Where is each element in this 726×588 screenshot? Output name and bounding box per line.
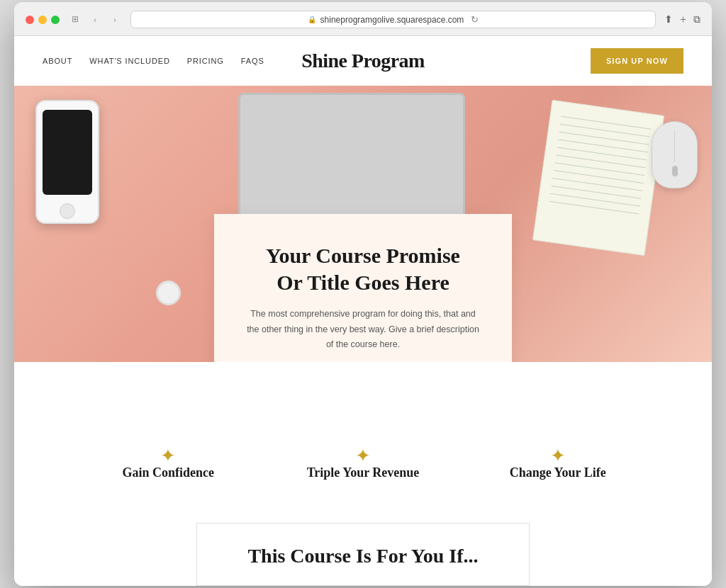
reload-icon: ↻ (471, 14, 479, 25)
browser-window: ⊞ ‹ › 🔒 shineprogramgolive.squarespace.c… (14, 2, 712, 586)
notebook-line (549, 201, 640, 215)
browser-controls: ⊞ ‹ › (68, 13, 122, 27)
site-title: Shine Program (301, 50, 424, 72)
page-content: ABOUT WHAT'S INCLUDED PRICING FAQS Shine… (14, 36, 712, 586)
benefit-item-life: ✦ Change Your Life (460, 447, 655, 480)
nav-whats-included[interactable]: WHAT'S INCLUDED (89, 57, 170, 65)
minimize-button[interactable] (38, 16, 47, 24)
forward-icon[interactable]: › (108, 13, 122, 27)
back-icon[interactable]: ‹ (88, 13, 102, 27)
hero-card-title: Your Course PromiseOr Title Goes Here (246, 242, 480, 295)
browser-actions: ⬆ + ⧉ (664, 13, 700, 26)
url-text: shineprogramgolive.squarespace.com (320, 15, 464, 25)
benefit-title-life: Change Your Life (460, 465, 655, 480)
close-button[interactable] (26, 16, 34, 24)
nav-links: ABOUT WHAT'S INCLUDED PRICING FAQS (43, 57, 264, 65)
benefit-item-revenue: ✦ Triple Your Revenue (266, 447, 461, 480)
notebook-line (559, 132, 649, 145)
fullscreen-button[interactable] (51, 16, 60, 24)
traffic-lights (26, 16, 60, 24)
notebook (532, 100, 664, 256)
navbar: ABOUT WHAT'S INCLUDED PRICING FAQS Shine… (14, 36, 712, 86)
mouse-divider (674, 130, 675, 162)
notebook-line (552, 178, 642, 191)
notebook-line (560, 124, 650, 137)
mouse-scroll (672, 166, 678, 176)
star-icon: ✦ (160, 447, 176, 465)
notebook-line (557, 147, 647, 160)
hero-card-description: The most comprehensive program for doing… (246, 307, 480, 352)
mouse-mockup (652, 121, 698, 188)
notebook-line (556, 154, 646, 168)
notebook-line (554, 170, 644, 183)
course-for-you-card: This Course Is For You If... (196, 523, 530, 586)
notebook-line (552, 186, 642, 199)
address-bar[interactable]: 🔒 shineprogramgolive.squarespace.com ↻ (130, 11, 656, 28)
benefit-title-confidence: Gain Confidence (71, 465, 266, 480)
star-icon: ✦ (355, 447, 371, 465)
notebook-line (550, 193, 640, 207)
signup-button[interactable]: SIGN UP NOW (591, 48, 683, 74)
nav-about[interactable]: ABOUT (43, 57, 72, 65)
earphone (156, 281, 181, 305)
notebook-line (554, 162, 644, 176)
laptop-mockup (238, 93, 465, 234)
phone-screen (43, 110, 92, 195)
browser-chrome: ⊞ ‹ › 🔒 shineprogramgolive.squarespace.c… (14, 2, 712, 36)
new-tab-icon[interactable]: + (680, 13, 686, 26)
benefit-title-revenue: Triple Your Revenue (266, 465, 461, 480)
laptop-screen (238, 93, 465, 217)
nav-faqs[interactable]: FAQS (241, 57, 264, 65)
earphones (142, 249, 199, 305)
benefits-section: ✦ Gain Confidence ✦ Triple Your Revenue … (14, 362, 712, 509)
notebook-line (561, 116, 651, 130)
hero-card: Your Course PromiseOr Title Goes Here Th… (214, 214, 512, 362)
notebook-line (558, 140, 648, 153)
benefit-item-confidence: ✦ Gain Confidence (71, 447, 266, 480)
nav-pricing[interactable]: PRICING (187, 57, 224, 65)
sidebar-toggle-icon[interactable]: ⊞ (68, 13, 82, 27)
phone-home-button (60, 203, 75, 219)
course-for-you-title: This Course Is For You If... (225, 545, 501, 567)
hero-section: Your Course PromiseOr Title Goes Here Th… (14, 86, 712, 362)
course-for-you-section: This Course Is For You If... (14, 509, 712, 586)
star-icon: ✦ (550, 447, 566, 465)
notebook-lines (536, 101, 664, 233)
lock-icon: 🔒 (308, 16, 316, 23)
phone-mockup (35, 100, 99, 224)
tabs-icon[interactable]: ⧉ (693, 14, 700, 26)
share-icon[interactable]: ⬆ (664, 13, 673, 26)
